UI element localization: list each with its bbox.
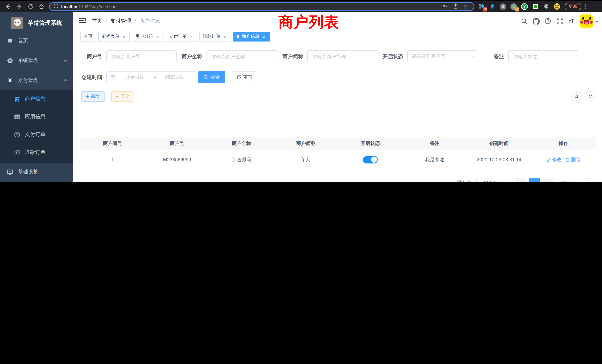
close-icon[interactable]: ×: [223, 34, 228, 39]
yen-circle-icon: ¥: [14, 132, 20, 138]
page-number-1[interactable]: 1: [529, 178, 540, 182]
full-name-input[interactable]: [206, 50, 278, 62]
sidebar-item-pay-order[interactable]: ¥ 支付订单: [0, 126, 73, 143]
prev-page-button[interactable]: [516, 178, 526, 182]
tag-refund-order[interactable]: 退款订单×: [199, 32, 231, 41]
tag-merchant-info[interactable]: 商户信息×: [233, 32, 270, 41]
page-size-select[interactable]: 10条/页: [476, 178, 513, 182]
short-name-input[interactable]: [307, 50, 378, 62]
col-merchant-no: 商户号: [145, 137, 209, 150]
sidebar-item-infra[interactable]: 基础设施: [0, 162, 73, 182]
pay-submenu: 商户信息 应用信息 ¥ 支付订单: [0, 90, 73, 163]
breadcrumb-pay[interactable]: 支付管理: [110, 18, 131, 24]
home-icon[interactable]: [38, 3, 45, 10]
edit-link[interactable]: 修改: [546, 156, 562, 163]
extension-command-icon[interactable]: ⌘: [500, 3, 506, 10]
back-icon[interactable]: [4, 3, 12, 10]
tag-home[interactable]: 首页: [80, 32, 96, 41]
caret-down-icon[interactable]: [595, 21, 598, 24]
cell-remark: 我是备注: [403, 150, 467, 169]
breadcrumb-current: 商户信息: [139, 18, 160, 24]
extension-grid-icon[interactable]: 10: [478, 3, 485, 10]
browser-update-button[interactable]: 更新: [565, 3, 581, 10]
merchant-no-input[interactable]: [106, 50, 177, 62]
table-row: 1 M233666999 芋道源码 芋艿 我是备注 2021-10-23 08:…: [80, 150, 596, 169]
fullscreen-icon[interactable]: [554, 15, 566, 27]
user-avatar[interactable]: [580, 14, 593, 28]
url-path: :1024/pay/merchant: [80, 4, 118, 9]
sidebar-item-home[interactable]: 首页: [0, 31, 73, 50]
filter-label-remark: 备注: [491, 50, 504, 62]
close-icon[interactable]: ×: [262, 34, 267, 39]
extension-kite-icon[interactable]: [489, 3, 496, 10]
monitor-icon: [7, 169, 13, 175]
font-size-icon[interactable]: тT: [566, 15, 578, 27]
extension-y-icon[interactable]: Y: [521, 3, 528, 10]
cell-short-name: 芋艿: [274, 150, 338, 169]
sidebar-item-merchant-info[interactable]: 商户信息: [0, 90, 73, 108]
cell-full-name: 芋道源码: [209, 150, 274, 169]
calendar-icon: [110, 75, 116, 80]
profile-avatar-icon[interactable]: [553, 3, 560, 10]
sidebar-item-app-info[interactable]: 应用信息: [0, 108, 73, 126]
search-icon[interactable]: [518, 15, 530, 27]
yen-icon: ¥: [7, 77, 13, 84]
status-toggle[interactable]: [363, 156, 378, 163]
kebab-menu-icon[interactable]: [583, 4, 588, 9]
app-logo[interactable]: 芋道管理系统: [0, 15, 73, 31]
col-short-name: 商户简称: [274, 137, 338, 150]
breadcrumb-home[interactable]: 首页: [92, 18, 102, 24]
edit-icon: [546, 157, 551, 162]
close-icon[interactable]: ×: [122, 34, 126, 39]
close-icon[interactable]: ×: [189, 34, 194, 39]
create-time-range-picker[interactable]: 开始日期 - 结束日期: [106, 71, 195, 83]
tag-process-form[interactable]: 流程表单×: [98, 32, 130, 41]
share-icon[interactable]: [453, 3, 458, 10]
chevron-down-icon: [471, 54, 475, 58]
delete-link[interactable]: 删除: [565, 156, 580, 163]
extension-chat-icon[interactable]: [532, 3, 539, 10]
navbar-actions: тT: [518, 14, 598, 28]
next-page-button[interactable]: [543, 178, 553, 182]
active-dot: [236, 35, 239, 38]
table-header: 商户编号 商户号 商户全称 商户简称 开启状态 备注 创建时间 操作: [80, 137, 596, 150]
sidebar-item-system[interactable]: 系统管理: [0, 51, 73, 70]
svg-text:¥: ¥: [16, 133, 18, 136]
cell-merchant-no: M233666999: [145, 150, 209, 169]
url-text[interactable]: localhost:1024/pay/merchant: [61, 4, 442, 9]
hamburger-icon[interactable]: [79, 17, 86, 25]
puzzle-icon[interactable]: [543, 3, 549, 10]
key-icon[interactable]: [442, 3, 448, 10]
extension-recorder-icon[interactable]: 1: [510, 3, 517, 10]
add-button[interactable]: + 新增: [81, 91, 105, 102]
help-icon[interactable]: [542, 15, 554, 27]
remark-input[interactable]: [508, 50, 579, 62]
shop-icon: [14, 96, 20, 102]
sidebar-item-pay[interactable]: ¥ 支付管理: [0, 71, 73, 90]
status-select[interactable]: 请选择开启状态: [407, 50, 478, 62]
address-bar[interactable]: localhost:1024/pay/merchant ☆: [49, 2, 474, 11]
tag-pay-order[interactable]: 支付订单×: [166, 32, 197, 41]
forward-icon[interactable]: [16, 3, 23, 10]
chevron-down-icon: [503, 181, 506, 182]
reset-button[interactable]: 重置: [233, 71, 256, 83]
info-icon[interactable]: [53, 3, 59, 10]
sidebar-item-refund-order[interactable]: 退款订单: [0, 143, 73, 161]
close-icon[interactable]: ×: [155, 34, 160, 39]
col-remark: 备注: [403, 137, 467, 150]
breadcrumb: 首页 / 支付管理 / 商户信息: [92, 18, 160, 24]
copy-icon: [14, 150, 20, 155]
show-search-toggle-button[interactable]: [571, 91, 582, 102]
export-button[interactable]: 导出: [111, 91, 133, 102]
search-button[interactable]: 搜索: [198, 71, 225, 83]
download-icon: [115, 94, 119, 98]
tag-user-group[interactable]: 用户分组×: [132, 32, 163, 41]
app-title: 芋道管理系统: [28, 20, 62, 26]
reload-icon[interactable]: [27, 3, 34, 10]
goto-page-input[interactable]: [574, 178, 588, 182]
goto-label: 前往: [561, 180, 571, 182]
star-icon[interactable]: ☆: [463, 3, 469, 10]
refresh-button[interactable]: [585, 91, 596, 102]
github-icon[interactable]: [530, 15, 542, 27]
logo-image: [11, 17, 23, 29]
